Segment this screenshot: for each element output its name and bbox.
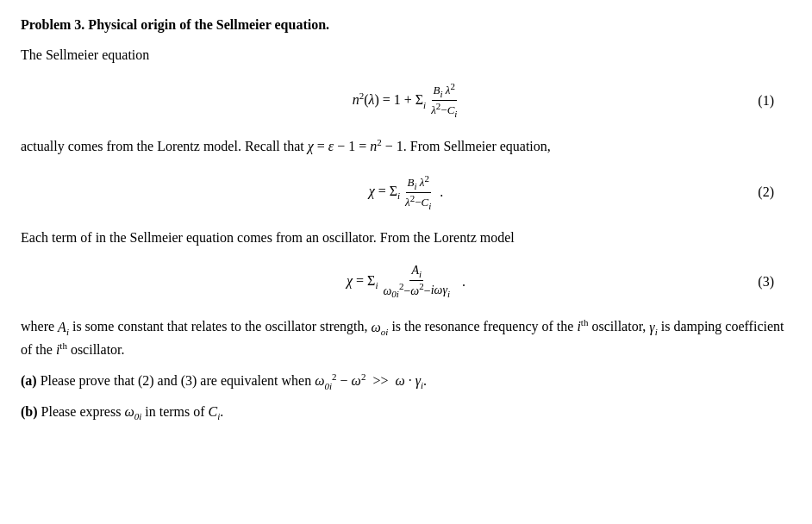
para3-text: where Ai is some constant that relates t… — [21, 315, 791, 360]
eq1-number: (1) — [758, 93, 774, 109]
part-b-text: (b) Please express ω0i in terms of Ci. — [21, 402, 791, 424]
para1-text: actually comes from the Lorentz model. R… — [21, 135, 791, 157]
equation-1: n2(λ) = 1 + Σi Bi λ2 λ2−Ci (1) — [21, 81, 791, 120]
eq3-content: χ = Σi Ai ω0i2−ω2−iωγi . — [347, 264, 465, 301]
equation-2: χ = Σi Bi λ2 λ2−Ci . (2) — [21, 173, 791, 212]
equation-3: χ = Σi Ai ω0i2−ω2−iωγi . (3) — [21, 264, 791, 301]
eq2-number: (2) — [758, 184, 774, 200]
eq1-content: n2(λ) = 1 + Σi Bi λ2 λ2−Ci — [353, 81, 460, 120]
problem-title: Problem 3. Physical origin of the Sellme… — [21, 17, 791, 33]
eq2-content: χ = Σi Bi λ2 λ2−Ci . — [369, 173, 444, 212]
para2-text: Each term of in the Sellmeier equation c… — [21, 228, 791, 248]
intro-text: The Sellmeier equation — [21, 45, 791, 66]
eq3-number: (3) — [758, 274, 774, 290]
part-a-text: (a) Please prove that (2) and (3) are eq… — [21, 370, 791, 393]
